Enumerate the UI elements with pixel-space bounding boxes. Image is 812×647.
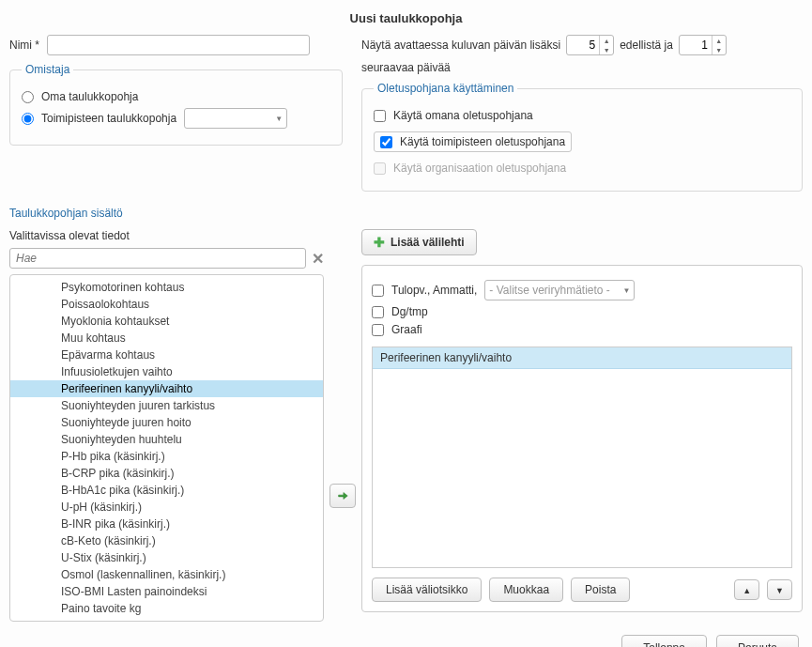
- save-button[interactable]: Tallenna: [621, 635, 707, 647]
- add-tab-button[interactable]: ✚ Lisää välilehti: [361, 229, 477, 255]
- graafi-checkbox[interactable]: [372, 324, 384, 336]
- open-middle: edellistä ja: [620, 39, 673, 52]
- add-subheading-button[interactable]: Lisää väliotsikko: [372, 578, 482, 602]
- chevron-down-icon: ▼: [775, 586, 784, 595]
- owner-own-radio[interactable]: [22, 91, 34, 103]
- tree-item[interactable]: B-CRP pika (käsinkirj.): [10, 465, 323, 482]
- tree-item[interactable]: Psykomotorinen kohtaus: [10, 279, 323, 296]
- move-right-button[interactable]: [329, 484, 356, 508]
- owner-unit-radio[interactable]: [22, 113, 34, 125]
- dialog-title: Uusi taulukkopohja: [9, 6, 803, 35]
- tree-item[interactable]: Muu kohtaus: [10, 330, 323, 347]
- defaults-legend: Oletuspohjana käyttäminen: [374, 82, 517, 95]
- tree-item[interactable]: Epävarma kohtaus: [10, 347, 323, 363]
- tree-item[interactable]: Hammaslääkäri käynti pvm: [10, 617, 323, 621]
- tree-item[interactable]: cB-Keto (käsinkirj.): [10, 532, 323, 549]
- tree-item[interactable]: Infuusioletkujen vaihto: [10, 363, 323, 380]
- up-icon[interactable]: ▲: [600, 36, 613, 45]
- add-tab-label: Lisää välilehti: [391, 236, 465, 249]
- own-default-checkbox[interactable]: [374, 110, 386, 122]
- cancel-button[interactable]: Peruuta: [716, 635, 799, 647]
- delete-button[interactable]: Poista: [571, 578, 630, 602]
- selected-list[interactable]: Perifeerinen kanyyli/vaihto: [372, 347, 792, 568]
- unit-default-checkbox[interactable]: [380, 136, 392, 148]
- tree-item[interactable]: B-INR pika (käsinkirj.): [10, 516, 323, 532]
- tree-item[interactable]: Myoklonia kohtaukset: [10, 313, 323, 330]
- bloodgroup-combo[interactable]: - Valitse veriryhmätieto -▼: [484, 280, 635, 300]
- days-after-spinner[interactable]: ▲▼: [679, 35, 727, 55]
- org-default-checkbox: [374, 162, 386, 175]
- chevron-up-icon: ▲: [743, 586, 751, 595]
- down-icon[interactable]: ▼: [600, 45, 613, 54]
- tree-item[interactable]: Osmol (laskennallinen, käsinkirj.): [10, 566, 323, 583]
- move-down-button[interactable]: ▼: [767, 579, 792, 600]
- owner-unit-label: Toimipisteen taulukkopohja: [41, 112, 176, 125]
- tree-item[interactable]: Poissaolokohtaus: [10, 296, 323, 313]
- open-prefix: Näytä avattaessa kuluvan päivän lisäksi: [361, 39, 560, 52]
- tulopv-checkbox[interactable]: [372, 285, 384, 297]
- dgtmp-checkbox[interactable]: [372, 306, 384, 318]
- arrow-right-icon: [336, 489, 349, 502]
- graafi-label: Graafi: [391, 323, 422, 336]
- down-icon[interactable]: ▼: [712, 45, 726, 54]
- available-label: Valittavissa olevat tiedot: [9, 229, 324, 242]
- tulopv-label: Tulopv., Ammatti,: [391, 284, 477, 297]
- open-suffix: seuraavaa päivää: [361, 61, 451, 74]
- owner-unit-combo[interactable]: ▼: [184, 108, 287, 129]
- tree-item[interactable]: Suoniyhteyde juuren hoito: [10, 414, 323, 431]
- tree-item[interactable]: Suoniyhteyden juuren tarkistus: [10, 397, 323, 414]
- defaults-fieldset: Oletuspohjana käyttäminen Käytä omana ol…: [361, 82, 803, 192]
- owner-own-label: Oma taulukkopohja: [41, 90, 138, 103]
- days-after-input[interactable]: [680, 36, 712, 54]
- org-default-label: Käytä organisaation oletuspohjana: [393, 162, 566, 175]
- available-tree[interactable]: Psykomotorinen kohtausPoissaolokohtausMy…: [9, 274, 324, 622]
- edit-button[interactable]: Muokkaa: [489, 578, 563, 602]
- tree-item[interactable]: B-HbA1c pika (käsinkirj.): [10, 482, 323, 499]
- tree-item[interactable]: Perifeerinen kanyyli/vaihto: [10, 380, 323, 397]
- days-before-input[interactable]: [567, 36, 599, 54]
- tree-item[interactable]: Suoniyhteyden huuhtelu: [10, 431, 323, 448]
- tree-item[interactable]: Paino tavoite kg: [10, 600, 323, 617]
- search-input[interactable]: [9, 248, 306, 269]
- clear-search-icon[interactable]: ✕: [312, 250, 324, 268]
- own-default-label: Käytä omana oletuspohjana: [393, 109, 533, 122]
- name-label: Nimi: [9, 39, 39, 52]
- list-item[interactable]: Perifeerinen kanyyli/vaihto: [373, 347, 791, 369]
- move-up-button[interactable]: ▲: [734, 579, 759, 600]
- tree-item[interactable]: U-Stix (käsinkirj.): [10, 549, 323, 566]
- tree-item[interactable]: P-Hb pika (käsinkirj.): [10, 448, 323, 465]
- dgtmp-label: Dg/tmp: [391, 305, 428, 318]
- owner-legend: Omistaja: [22, 63, 73, 76]
- selected-panel: Tulopv., Ammatti, - Valitse veriryhmätie…: [361, 265, 803, 612]
- unit-default-label: Käytä toimipisteen oletuspohjana: [400, 135, 565, 148]
- up-icon[interactable]: ▲: [712, 36, 726, 45]
- owner-fieldset: Omistaja Oma taulukkopohja Toimipisteen …: [9, 63, 343, 146]
- tree-item[interactable]: ISO-BMI Lasten painoindeksi: [10, 583, 323, 600]
- content-section-label: Taulukkopohjan sisältö: [9, 207, 803, 220]
- plus-icon: ✚: [374, 235, 385, 250]
- days-before-spinner[interactable]: ▲▼: [566, 35, 614, 55]
- name-input[interactable]: [47, 35, 310, 55]
- tree-item[interactable]: U-pH (käsinkirj.): [10, 499, 323, 516]
